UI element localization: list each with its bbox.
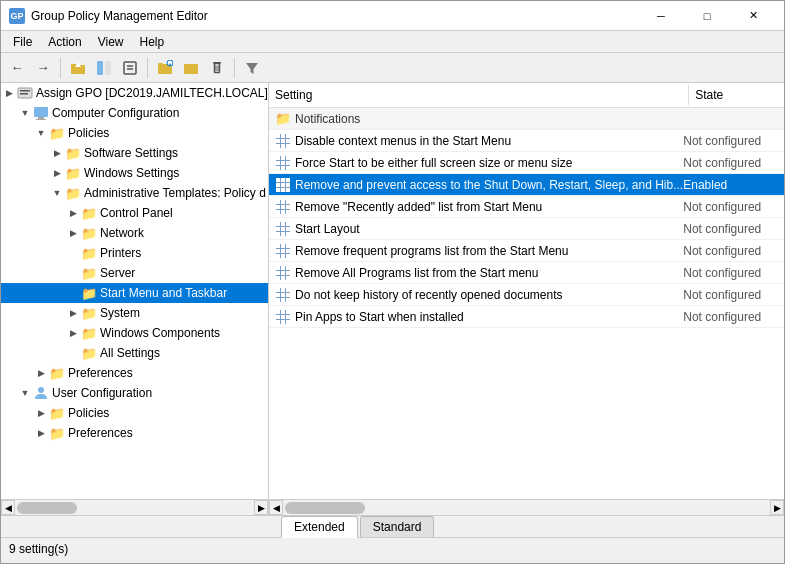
policies-cc-folder-icon: 📁 xyxy=(49,125,65,141)
svg-rect-5 xyxy=(124,62,136,74)
tree-item-all-settings[interactable]: 📁 All Settings xyxy=(1,343,268,363)
tree-item-software-settings[interactable]: 📁 Software Settings xyxy=(1,143,268,163)
policies-cc-expand-icon[interactable] xyxy=(33,125,49,141)
policy-row-1[interactable]: Disable context menus in the Start Menu … xyxy=(269,130,785,152)
menu-help[interactable]: Help xyxy=(132,33,173,51)
tree-item-computer-config[interactable]: Computer Configuration xyxy=(1,103,268,123)
filter-button[interactable] xyxy=(240,56,264,80)
printers-icon: 📁 xyxy=(81,245,97,261)
network-label: Network xyxy=(100,226,144,240)
column-header-setting[interactable]: Setting xyxy=(269,85,689,105)
menu-view[interactable]: View xyxy=(90,33,132,51)
preferences-cc-expand-icon[interactable] xyxy=(33,365,49,381)
svg-rect-4 xyxy=(105,61,111,75)
tree-item-start-menu[interactable]: 📁 Start Menu and Taskbar xyxy=(1,283,268,303)
show-hide-button[interactable] xyxy=(92,56,116,80)
svg-rect-21 xyxy=(34,107,48,117)
policy-state-8: Not configured xyxy=(683,288,785,302)
policy-icon-6 xyxy=(275,243,291,259)
user-config-label: User Configuration xyxy=(52,386,152,400)
tree-pane[interactable]: Assign GPO [DC2019.JAMILTECH.LOCAL] Po C… xyxy=(1,83,269,499)
windows-settings-expand-icon[interactable] xyxy=(49,165,65,181)
preferences-cc-icon: 📁 xyxy=(49,365,65,381)
admin-templates-expand-icon[interactable] xyxy=(49,185,65,201)
tree-item-policies-uc[interactable]: 📁 Policies xyxy=(1,403,268,423)
tree-item-admin-templates[interactable]: 📁 Administrative Templates: Policy d xyxy=(1,183,268,203)
computer-config-icon xyxy=(33,105,49,121)
system-expand-icon[interactable] xyxy=(65,305,81,321)
svg-rect-20 xyxy=(20,93,28,95)
left-scroll-arrow-left[interactable]: ◀ xyxy=(1,500,15,515)
minimize-button[interactable]: ─ xyxy=(638,1,684,31)
admin-templates-label: Administrative Templates: Policy d xyxy=(84,186,266,200)
menu-file[interactable]: File xyxy=(5,33,40,51)
root-label: Assign GPO [DC2019.JAMILTECH.LOCAL] Po xyxy=(36,86,269,100)
tree-item-control-panel[interactable]: 📁 Control Panel xyxy=(1,203,268,223)
create-gpo-button[interactable]: + xyxy=(153,56,177,80)
tree-item-user-config[interactable]: User Configuration xyxy=(1,383,268,403)
policy-row-4[interactable]: Remove "Recently added" list from Start … xyxy=(269,196,785,218)
policy-state-2: Not configured xyxy=(683,156,785,170)
policies-uc-expand-icon[interactable] xyxy=(33,405,49,421)
preferences-uc-label: Preferences xyxy=(68,426,133,440)
policy-row-5[interactable]: Start Layout Not configured xyxy=(269,218,785,240)
right-hscroll[interactable]: ◀ ▶ xyxy=(269,500,784,515)
cc-expand-icon[interactable] xyxy=(17,105,33,121)
tree-item-windows-settings[interactable]: 📁 Windows Settings xyxy=(1,163,268,183)
policy-row-8[interactable]: Do not keep history of recently opened d… xyxy=(269,284,785,306)
tab-standard[interactable]: Standard xyxy=(360,516,435,537)
left-hscroll[interactable]: ◀ ▶ xyxy=(1,500,269,515)
right-scroll-arrow-right[interactable]: ▶ xyxy=(770,500,784,515)
close-button[interactable]: ✕ xyxy=(730,1,776,31)
tree-item-preferences-cc[interactable]: 📁 Preferences xyxy=(1,363,268,383)
tree-item-policies-cc[interactable]: 📁 Policies xyxy=(1,123,268,143)
left-scroll-arrow-right[interactable]: ▶ xyxy=(254,500,268,515)
right-scroll-arrow-left[interactable]: ◀ xyxy=(269,500,283,515)
admin-templates-icon: 📁 xyxy=(65,185,81,201)
windows-components-expand-icon[interactable] xyxy=(65,325,81,341)
policy-row-9[interactable]: Pin Apps to Start when installed Not con… xyxy=(269,306,785,328)
policy-icon-1 xyxy=(275,133,291,149)
policy-state-3: Enabled xyxy=(683,178,785,192)
status-text: 9 setting(s) xyxy=(9,542,68,556)
system-icon: 📁 xyxy=(81,305,97,321)
column-header-state[interactable]: State xyxy=(689,85,785,105)
computer-config-label: Computer Configuration xyxy=(52,106,179,120)
tree-item-printers[interactable]: 📁 Printers xyxy=(1,243,268,263)
policy-row-2[interactable]: Force Start to be either full screen siz… xyxy=(269,152,785,174)
up-button[interactable] xyxy=(66,56,90,80)
toolbar-separator-2 xyxy=(147,58,148,78)
forward-button[interactable]: → xyxy=(31,56,55,80)
printers-label: Printers xyxy=(100,246,141,260)
svg-text:+: + xyxy=(169,60,172,66)
svg-rect-3 xyxy=(97,61,103,75)
policy-name-6: Remove frequent programs list from the S… xyxy=(295,244,683,258)
maximize-button[interactable]: □ xyxy=(684,1,730,31)
back-button[interactable]: ← xyxy=(5,56,29,80)
svg-marker-17 xyxy=(246,63,258,74)
tree-item-windows-components[interactable]: 📁 Windows Components xyxy=(1,323,268,343)
tree-item-root[interactable]: Assign GPO [DC2019.JAMILTECH.LOCAL] Po xyxy=(1,83,268,103)
uc-expand-icon[interactable] xyxy=(17,385,33,401)
properties-button[interactable] xyxy=(118,56,142,80)
control-panel-expand-icon[interactable] xyxy=(65,205,81,221)
policies-uc-label: Policies xyxy=(68,406,109,420)
root-expand-icon[interactable] xyxy=(1,85,17,101)
network-expand-icon[interactable] xyxy=(65,225,81,241)
menu-action[interactable]: Action xyxy=(40,33,89,51)
delete-button[interactable] xyxy=(205,56,229,80)
policy-row-6[interactable]: Remove frequent programs list from the S… xyxy=(269,240,785,262)
tree-item-server[interactable]: 📁 Server xyxy=(1,263,268,283)
software-settings-expand-icon[interactable] xyxy=(49,145,65,161)
user-config-icon xyxy=(33,385,49,401)
tree-item-system[interactable]: 📁 System xyxy=(1,303,268,323)
policy-row-3[interactable]: Remove and prevent access to the Shut Do… xyxy=(269,174,785,196)
tab-extended[interactable]: Extended xyxy=(281,516,358,538)
policy-state-1: Not configured xyxy=(683,134,785,148)
preferences-uc-expand-icon[interactable] xyxy=(33,425,49,441)
policy-row-7[interactable]: Remove All Programs list from the Start … xyxy=(269,262,785,284)
tree-item-preferences-uc[interactable]: 📁 Preferences xyxy=(1,423,268,443)
link-gpo-button[interactable] xyxy=(179,56,203,80)
tree-item-network[interactable]: 📁 Network xyxy=(1,223,268,243)
right-pane: Setting State 📁 Notifications Disable co… xyxy=(269,83,785,499)
